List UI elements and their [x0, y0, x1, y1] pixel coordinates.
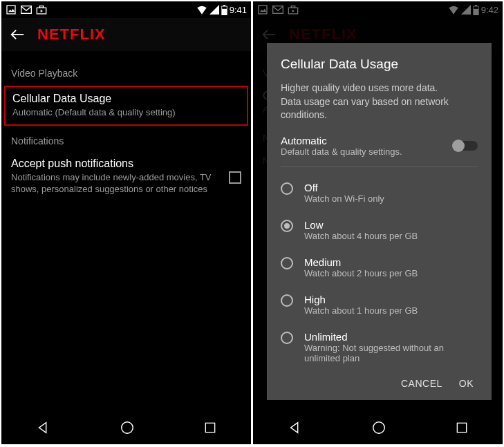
- gmail-icon: [21, 6, 32, 14]
- radio-icon[interactable]: [281, 257, 293, 269]
- nav-back-icon[interactable]: [288, 420, 303, 435]
- dialog-title: Cellular Data Usage: [281, 57, 478, 72]
- svg-point-12: [121, 422, 133, 434]
- radio-option-off[interactable]: OffWatch on Wi-Fi only: [281, 174, 478, 211]
- svg-rect-0: [7, 6, 15, 14]
- radio-option-low[interactable]: LowWatch about 4 hours per GB: [281, 211, 478, 249]
- radio-label: Unlimited: [304, 331, 478, 343]
- svg-rect-2: [21, 6, 32, 14]
- radio-icon[interactable]: [281, 182, 293, 195]
- picture-icon: [6, 4, 17, 15]
- wifi-icon: [196, 5, 207, 15]
- radio-label: High: [304, 294, 418, 305]
- radio-option-unlimited[interactable]: UnlimitedWarning: Not suggested without …: [281, 323, 478, 371]
- radio-option-high[interactable]: HighWatch about 1 hours per GB: [281, 286, 478, 323]
- netflix-logo: NETFLIX: [37, 26, 106, 44]
- nav-home-icon[interactable]: [120, 420, 135, 435]
- radio-icon[interactable]: [281, 332, 293, 344]
- svg-rect-27: [457, 423, 466, 432]
- cancel-button[interactable]: CANCEL: [401, 378, 442, 389]
- svg-point-26: [373, 422, 384, 434]
- nav-home-icon[interactable]: [371, 420, 386, 435]
- section-notifications: Notifications: [11, 135, 241, 146]
- signal-icon: [209, 5, 219, 15]
- back-icon[interactable]: [10, 27, 25, 42]
- radio-sub: Warning: Not suggested without an unlimi…: [304, 343, 478, 363]
- svg-marker-1: [8, 9, 15, 12]
- push-sub: Notifications may include newly-added mo…: [11, 171, 222, 196]
- radio-icon[interactable]: [281, 294, 293, 307]
- nav-back-icon[interactable]: [36, 420, 51, 435]
- radio-label: Off: [304, 182, 384, 193]
- svg-marker-25: [290, 423, 297, 433]
- section-video-playback: Video Playback: [11, 68, 241, 79]
- nav-recent-icon[interactable]: [203, 421, 217, 435]
- automatic-label: Automatic: [281, 135, 402, 146]
- nav-recent-icon[interactable]: [455, 421, 469, 435]
- automatic-row[interactable]: Automatic Default data & quality setting…: [281, 135, 478, 167]
- status-bar: 9:41: [1, 1, 251, 18]
- automatic-sub: Default data & quality settings.: [281, 146, 402, 157]
- radio-sub: Watch about 4 hours per GB: [304, 231, 418, 241]
- cdu-title: Cellular Data Usage: [12, 93, 240, 105]
- radio-label: Medium: [304, 256, 418, 268]
- android-nav-bar: [1, 411, 251, 444]
- cellular-data-usage-row[interactable]: Cellular Data Usage Automatic (Default d…: [4, 86, 248, 126]
- android-nav-bar: [253, 411, 503, 444]
- radio-sub: Watch on Wi-Fi only: [304, 193, 384, 204]
- app-header: NETFLIX: [1, 18, 251, 51]
- cellular-data-usage-dialog: Cellular Data Usage Higher quality video…: [267, 43, 492, 400]
- phone-right: 9:42 NETFLIX V C A N N s Cellular Data U…: [253, 1, 503, 444]
- svg-rect-9: [222, 6, 227, 8]
- push-checkbox[interactable]: [229, 171, 241, 184]
- briefcase-icon: [36, 5, 47, 15]
- radio-label: Low: [304, 219, 418, 231]
- dialog-desc: Higher quality video uses more data. Dat…: [281, 82, 478, 122]
- svg-rect-13: [205, 423, 214, 432]
- svg-rect-8: [223, 5, 225, 6]
- svg-marker-6: [209, 5, 219, 15]
- radio-sub: Watch about 2 hours per GB: [304, 268, 418, 278]
- status-time: 9:41: [230, 5, 247, 15]
- svg-marker-11: [39, 423, 46, 433]
- push-title: Accept push notifications: [11, 158, 222, 170]
- automatic-toggle[interactable]: [453, 141, 478, 151]
- svg-marker-5: [41, 10, 43, 12]
- radio-option-medium[interactable]: MediumWatch about 2 hours per GB: [281, 249, 478, 286]
- radio-icon[interactable]: [281, 220, 293, 232]
- push-notifications-row[interactable]: Accept push notifications Notifications …: [11, 153, 241, 202]
- svg-rect-4: [39, 6, 43, 8]
- battery-icon: [221, 5, 227, 15]
- cdu-sub: Automatic (Default data & quality settin…: [12, 106, 240, 119]
- ok-button[interactable]: OK: [459, 378, 474, 389]
- radio-sub: Watch about 1 hours per GB: [304, 305, 418, 316]
- phone-left: 9:41 NETFLIX Video Playback Cellular Dat…: [1, 1, 251, 444]
- settings-content: Video Playback Cellular Data Usage Autom…: [1, 51, 251, 209]
